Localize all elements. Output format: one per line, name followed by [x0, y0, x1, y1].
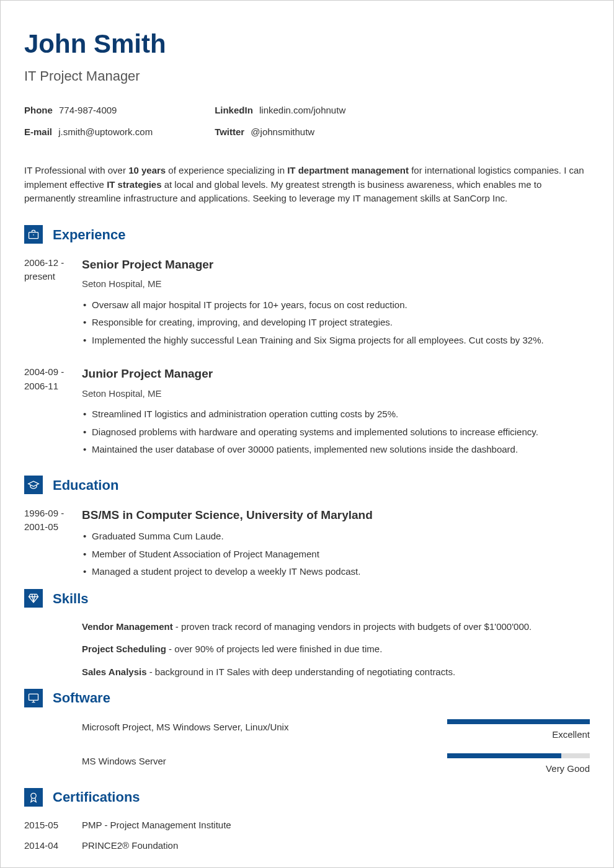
entry-bullet: Graduated Summa Cum Laude.: [83, 528, 590, 546]
phone-label: Phone: [24, 105, 53, 115]
entry-dates: 2004-09 - 2006-11: [24, 365, 82, 459]
skill-name: Project Scheduling: [82, 644, 166, 654]
entry-bullet: Maintained the user database of over 300…: [83, 441, 590, 459]
phone-value: 774-987-4009: [59, 105, 117, 115]
section-title: Education: [53, 475, 118, 495]
section-header-education: Education: [24, 475, 590, 495]
software-row: Microsoft Project, MS Windows Server, Li…: [24, 719, 590, 742]
entry-subtitle: Seton Hospital, ME: [82, 277, 590, 291]
skill-line: Vendor Management - proven track record …: [82, 620, 590, 634]
person-name: John Smith: [24, 24, 590, 63]
svg-point-3: [31, 793, 36, 798]
skill-desc: - over 90% of projects led were finished…: [166, 644, 383, 654]
entry-bullet: Responsible for creating, improving, and…: [83, 314, 590, 332]
email-label: E-mail: [24, 126, 52, 137]
skill-line: Sales Analysis - background in IT Sales …: [82, 665, 590, 680]
svg-point-1: [33, 234, 34, 236]
summary-bold: 10 years: [128, 165, 166, 175]
software-label: MS Windows Server: [82, 753, 447, 769]
experience-entry: 2004-09 - 2006-11 Junior Project Manager…: [24, 365, 590, 459]
education-entry: 1996-09 - 2001-05 BS/MS in Computer Scie…: [24, 507, 590, 581]
contact-twitter: Twitter @johnsmithutw: [215, 125, 345, 140]
experience-entry: 2006-12 - present Senior Project Manager…: [24, 256, 590, 350]
twitter-label: Twitter: [215, 126, 244, 137]
entry-bullet: Diagnosed problems with hardware and ope…: [83, 423, 590, 441]
software-row: MS Windows Server Very Good: [24, 753, 590, 776]
skill-desc: - proven track record of managing vendor…: [173, 621, 532, 632]
entry-bullet: Oversaw all major hospital IT projects f…: [83, 296, 590, 314]
meter-fill: [447, 719, 590, 724]
entry-bullet: Implemented the highly successful Lean T…: [83, 332, 590, 350]
section-title: Skills: [53, 588, 88, 609]
diamond-icon: [24, 589, 43, 608]
cert-name: PMP - Project Management Institute: [82, 818, 231, 833]
contact-email: E-mail j.smith@uptowork.com: [24, 125, 153, 140]
linkedin-label: LinkedIn: [215, 105, 253, 115]
monitor-icon: [24, 689, 43, 707]
meter-text: Very Good: [447, 762, 590, 776]
section-title: Certifications: [53, 787, 140, 807]
skill-name: Vendor Management: [82, 621, 173, 632]
entry-title: Senior Project Manager: [82, 256, 590, 274]
cert-row: 2015-05 PMP - Project Management Institu…: [24, 818, 590, 833]
software-label: Microsoft Project, MS Windows Server, Li…: [82, 719, 447, 735]
twitter-value: @johnsmithutw: [251, 126, 314, 137]
summary-text: IT Professional with over 10 years of ex…: [24, 164, 590, 206]
contact-phone: Phone 774-987-4009: [24, 104, 153, 118]
person-title: IT Project Manager: [24, 66, 590, 86]
skill-desc: - background in IT Sales with deep under…: [147, 666, 456, 677]
meter-text: Excellent: [447, 728, 590, 742]
cert-row: 2014-04 PRINCE2® Foundation: [24, 839, 590, 853]
summary-part: of experience specializing in: [166, 165, 287, 175]
entry-bullet: Streamlined IT logistics and administrat…: [83, 405, 590, 423]
email-value: j.smith@uptowork.com: [58, 126, 153, 137]
skill-line: Project Scheduling - over 90% of project…: [82, 642, 590, 657]
entry-title: BS/MS in Computer Science, University of…: [82, 507, 590, 525]
graduation-cap-icon: [24, 476, 43, 494]
entry-title: Junior Project Manager: [82, 365, 590, 383]
summary-bold: IT strategies: [107, 179, 161, 190]
cert-name: PRINCE2® Foundation: [82, 839, 178, 853]
contacts-block: Phone 774-987-4009 E-mail j.smith@uptowo…: [24, 104, 590, 146]
entry-dates: 1996-09 - 2001-05: [24, 507, 82, 581]
software-meter: Excellent: [447, 719, 590, 742]
section-title: Software: [53, 688, 110, 708]
section-header-software: Software: [24, 688, 590, 708]
section-header-experience: Experience: [24, 224, 590, 245]
software-meter: Very Good: [447, 753, 590, 776]
section-header-skills: Skills: [24, 588, 590, 609]
entry-bullet: Managed a student project to develop a w…: [83, 563, 590, 581]
svg-rect-2: [29, 694, 38, 700]
skills-block: Vendor Management - proven track record …: [24, 620, 590, 680]
meter-fill: [447, 753, 561, 758]
contact-linkedin: LinkedIn linkedin.com/johnutw: [215, 104, 345, 118]
skill-name: Sales Analysis: [82, 666, 147, 677]
entry-subtitle: Seton Hospital, ME: [82, 387, 590, 401]
section-header-certifications: Certifications: [24, 787, 590, 807]
entry-bullet: Member of Student Association of Project…: [83, 546, 590, 564]
cert-date: 2015-05: [24, 818, 82, 833]
award-icon: [24, 788, 43, 807]
briefcase-icon: [24, 225, 43, 244]
summary-bold: IT department management: [287, 165, 409, 175]
linkedin-value: linkedin.com/johnutw: [259, 105, 345, 115]
summary-part: IT Professional with over: [24, 165, 128, 175]
entry-dates: 2006-12 - present: [24, 256, 82, 350]
cert-date: 2014-04: [24, 839, 82, 853]
section-title: Experience: [53, 224, 125, 245]
